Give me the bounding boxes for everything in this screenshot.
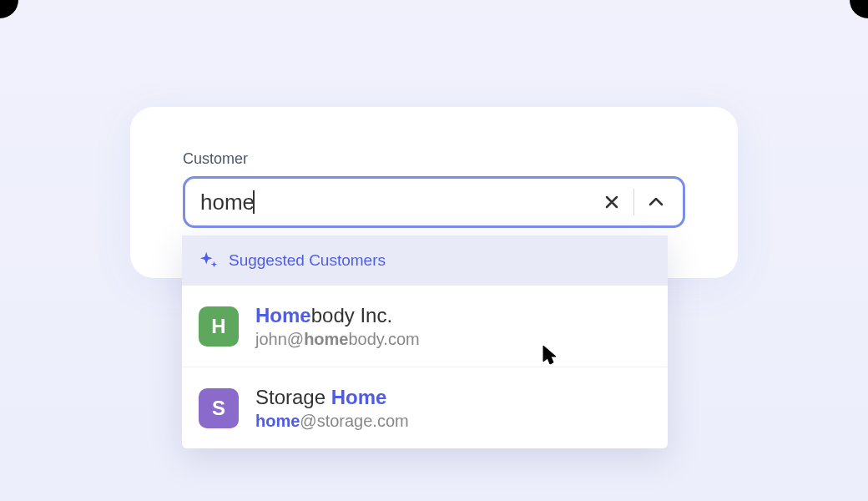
email-highlight: home <box>255 412 300 430</box>
suggestion-item[interactable]: S Storage Home home@storage.com <box>182 367 668 448</box>
dropdown-header-text: Suggested Customers <box>229 251 386 270</box>
text-cursor <box>253 190 255 214</box>
email-rest: @storage.com <box>300 412 408 430</box>
customer-input[interactable]: home <box>200 190 598 215</box>
suggestion-text: Homebody Inc. john@homebody.com <box>255 302 651 350</box>
name-prefix: Storage <box>255 386 331 408</box>
suggestion-name: Homebody Inc. <box>255 302 651 328</box>
suggestion-email: home@storage.com <box>255 410 651 432</box>
email-rest: body.com <box>348 330 419 348</box>
suggestions-dropdown: Suggested Customers H Homebody Inc. john… <box>182 235 668 448</box>
field-label: Customer <box>183 150 685 168</box>
name-highlight: Home <box>255 304 311 326</box>
email-highlight: home <box>304 330 348 348</box>
email-prefix: john@ <box>255 330 304 348</box>
suggestion-text: Storage Home home@storage.com <box>255 384 651 432</box>
customer-combobox[interactable]: home <box>183 176 685 228</box>
suggestion-email: john@homebody.com <box>255 328 651 350</box>
name-highlight: Home <box>331 386 387 408</box>
suggestion-item[interactable]: H Homebody Inc. john@homebody.com <box>182 286 668 367</box>
chevron-toggle[interactable] <box>643 189 669 215</box>
input-value: home <box>200 190 255 215</box>
divider <box>633 189 634 215</box>
avatar: H <box>199 306 239 347</box>
close-icon <box>604 195 619 210</box>
clear-button[interactable] <box>598 189 625 215</box>
chevron-up-icon <box>648 197 664 207</box>
sparkle-icon <box>199 250 219 271</box>
avatar: S <box>199 388 239 428</box>
dropdown-header: Suggested Customers <box>182 235 668 286</box>
suggestion-name: Storage Home <box>255 384 651 410</box>
name-rest: body Inc. <box>311 304 392 326</box>
